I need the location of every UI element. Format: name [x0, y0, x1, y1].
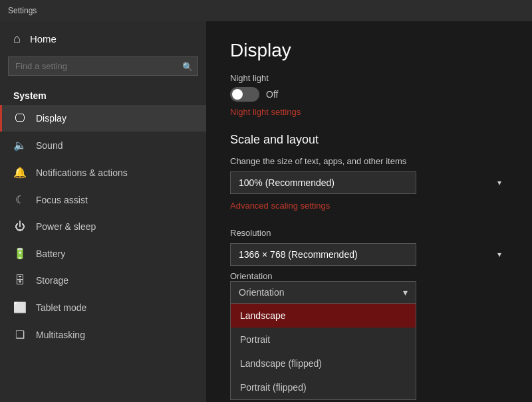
sidebar-item-multitasking[interactable]: ❑ Multitasking — [0, 321, 206, 348]
search-input[interactable] — [8, 56, 198, 76]
orientation-section: Orientation Orientation ▾ Landscape Port… — [230, 271, 508, 400]
sidebar-item-storage[interactable]: 🗄 Storage — [0, 267, 206, 294]
scale-dropdown-wrap: 100% (Recommended) 125% 150% 175% ▾ — [230, 171, 508, 194]
orientation-option-label-landscape: Landscape — [240, 310, 286, 321]
sidebar-item-label-sound: Sound — [36, 140, 63, 151]
scale-field-label: Change the size of text, apps, and other… — [230, 156, 508, 166]
sidebar-item-label-display: Display — [36, 113, 66, 124]
focus-assist-icon: ☾ — [13, 193, 27, 206]
sidebar-item-display[interactable]: 🖵 Display — [0, 105, 206, 132]
orientation-options-list: Landscape Portrait Landscape (flipped) P… — [230, 304, 416, 400]
orientation-label: Orientation — [230, 271, 508, 281]
orientation-option-landscape-flipped[interactable]: Landscape (flipped) — [231, 352, 416, 375]
main-layout: ⌂ Home 🔍 System 🖵 Display 🔈 Sound 🔔 Noti… — [0, 21, 532, 402]
resolution-dropdown[interactable]: 1366 × 768 (Recommended) 1280 × 720 1024… — [230, 243, 416, 266]
power-sleep-icon: ⏻ — [13, 221, 27, 233]
sidebar-item-label-tablet-mode: Tablet mode — [36, 302, 86, 313]
night-light-toggle-row: Off — [230, 87, 508, 102]
night-light-settings-link[interactable]: Night light settings — [230, 107, 301, 117]
resolution-dropdown-wrap: 1366 × 768 (Recommended) 1280 × 720 1024… — [230, 243, 508, 266]
orientation-option-portrait[interactable]: Portrait — [231, 328, 416, 352]
sidebar-item-sound[interactable]: 🔈 Sound — [0, 132, 206, 159]
sidebar-item-focus-assist[interactable]: ☾ Focus assist — [0, 186, 206, 213]
night-light-toggle[interactable] — [230, 87, 259, 102]
orientation-chevron-icon: ▾ — [403, 287, 408, 298]
sidebar-item-label-multitasking: Multitasking — [36, 330, 85, 340]
sidebar-item-label-storage: Storage — [36, 275, 68, 286]
resolution-dropdown-arrow: ▾ — [497, 250, 501, 259]
scale-dropdown-arrow: ▾ — [497, 178, 501, 187]
orientation-option-label-portrait-flipped: Portrait (flipped) — [240, 382, 307, 393]
sidebar-item-label-focus-assist: Focus assist — [36, 195, 88, 205]
orientation-option-label-portrait: Portrait — [240, 334, 270, 345]
orientation-option-portrait-flipped[interactable]: Portrait (flipped) — [231, 375, 416, 399]
search-icon-button[interactable]: 🔍 — [182, 61, 193, 71]
night-light-label: Night light — [230, 73, 508, 83]
sidebar-item-label-notifications: Notifications & actions — [36, 167, 128, 178]
toggle-label: Off — [266, 89, 278, 100]
battery-icon: 🔋 — [13, 247, 27, 260]
scale-dropdown[interactable]: 100% (Recommended) 125% 150% 175% — [230, 171, 416, 194]
orientation-selected-label: Orientation — [239, 287, 284, 298]
title-bar-text: Settings — [8, 6, 37, 15]
search-wrap: 🔍 — [8, 56, 198, 76]
sidebar-section-title: System — [0, 84, 206, 105]
tablet-mode-icon: ⬜ — [13, 301, 27, 314]
sidebar-item-tablet-mode[interactable]: ⬜ Tablet mode — [0, 294, 206, 321]
sound-icon: 🔈 — [13, 139, 27, 151]
sidebar-item-label-battery: Battery — [36, 249, 65, 259]
sidebar-item-notifications[interactable]: 🔔 Notifications & actions — [0, 159, 206, 186]
orientation-dropdown-header[interactable]: Orientation ▾ — [231, 282, 416, 303]
page-title: Display — [230, 40, 508, 61]
sidebar-item-power-sleep[interactable]: ⏻ Power & sleep — [0, 213, 206, 240]
orientation-dropdown-open[interactable]: Orientation ▾ — [230, 281, 416, 304]
toggle-knob — [232, 89, 243, 100]
sidebar-item-label-power-sleep: Power & sleep — [36, 221, 96, 232]
orientation-option-label-landscape-flipped: Landscape (flipped) — [240, 358, 322, 369]
search-box-wrap: 🔍 — [0, 56, 206, 84]
sidebar-home-button[interactable]: ⌂ Home — [0, 21, 206, 56]
notifications-icon: 🔔 — [13, 166, 27, 179]
home-icon: ⌂ — [13, 32, 21, 46]
content-area: Display Night light Off Night light sett… — [206, 21, 532, 402]
sidebar-home-label: Home — [30, 33, 57, 45]
resolution-label: Resolution — [230, 228, 508, 238]
orientation-option-landscape[interactable]: Landscape — [231, 304, 416, 328]
storage-icon: 🗄 — [13, 274, 27, 286]
scale-layout-heading: Scale and layout — [230, 133, 508, 147]
advanced-scaling-link[interactable]: Advanced scaling settings — [230, 201, 330, 211]
multitasking-icon: ❑ — [13, 328, 27, 341]
sidebar: ⌂ Home 🔍 System 🖵 Display 🔈 Sound 🔔 Noti… — [0, 21, 206, 402]
display-icon: 🖵 — [13, 112, 27, 124]
sidebar-item-battery[interactable]: 🔋 Battery — [0, 240, 206, 267]
title-bar: Settings — [0, 0, 532, 21]
